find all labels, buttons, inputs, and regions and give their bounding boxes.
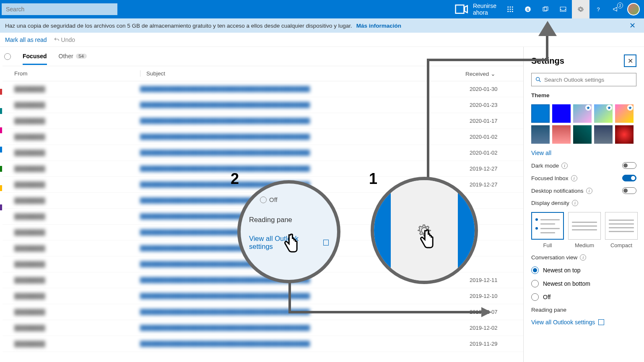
mail-row[interactable]: ████████████████████████████████████████… — [3, 81, 523, 97]
banner-text: Haz una copia de seguridad de los archiv… — [5, 23, 352, 29]
theme-swatch[interactable] — [531, 104, 550, 123]
conv-view-label: Conversation viewi — [531, 254, 636, 261]
teams-icon[interactable] — [537, 0, 554, 18]
theme-swatch[interactable] — [552, 125, 571, 144]
banner-close-icon[interactable]: ✕ — [626, 19, 639, 32]
external-icon — [598, 319, 604, 325]
dark-mode-toggle[interactable] — [622, 162, 636, 169]
svg-text:S: S — [527, 7, 530, 12]
settings-gear-icon[interactable] — [572, 0, 589, 18]
annotation-arrow-up — [538, 21, 557, 36]
header-received[interactable]: Received ⌄ — [465, 70, 512, 77]
theme-swatch[interactable]: ★ — [615, 104, 634, 123]
info-icon[interactable]: i — [580, 254, 586, 261]
theme-swatch[interactable] — [615, 125, 634, 144]
theme-swatch[interactable] — [531, 125, 550, 144]
search-input[interactable] — [2, 3, 117, 15]
theme-grid: ★ ★ ★ — [531, 104, 636, 144]
undo-button[interactable]: Undo — [50, 35, 78, 45]
other-count-badge: 54 — [76, 54, 87, 59]
density-options: Full Medium Compact — [531, 212, 636, 248]
svg-point-5 — [512, 9, 513, 10]
mail-row[interactable]: ████████████████████████████████████████… — [3, 288, 523, 304]
annotation-line — [427, 59, 429, 180]
mail-row[interactable]: ████████████████████████████████████████… — [3, 145, 523, 161]
info-icon[interactable]: i — [586, 188, 592, 194]
info-icon[interactable]: i — [571, 175, 577, 181]
meet-now-button[interactable]: Reunirse ahora — [448, 0, 501, 18]
top-bar: Reunirse ahora S ? 2 — [0, 0, 644, 18]
desktop-notif-toggle[interactable] — [622, 187, 636, 194]
app-launcher-icon[interactable] — [501, 0, 519, 18]
view-all-settings-link[interactable]: View all Outlook settings — [531, 319, 636, 326]
svg-point-14 — [536, 78, 540, 81]
conv-newest-bottom[interactable]: Newest on bottom — [531, 280, 636, 287]
svg-point-2 — [512, 6, 513, 8]
mail-row[interactable]: ████████████████████████████████████████… — [3, 336, 523, 352]
svg-point-6 — [507, 11, 509, 12]
undo-icon — [54, 37, 60, 43]
notification-badge: 2 — [617, 3, 623, 8]
external-icon — [323, 240, 329, 246]
inbox-icon[interactable] — [554, 0, 572, 18]
mail-row[interactable]: ████████████████████████████████████████… — [3, 320, 523, 336]
mark-all-read-button[interactable]: Mark all as read — [2, 35, 50, 45]
select-all-checkbox[interactable] — [4, 53, 11, 60]
header-subject[interactable]: Subject — [140, 70, 465, 77]
mail-row[interactable]: ████████████████████████████████████████… — [3, 97, 523, 113]
svg-point-7 — [510, 11, 511, 12]
info-icon[interactable]: i — [572, 200, 578, 206]
info-icon[interactable]: i — [561, 163, 568, 169]
mail-row[interactable]: ████████████████████████████████████████… — [3, 161, 523, 177]
mail-row[interactable]: ████████████████████████████████████████… — [3, 129, 523, 145]
conv-off[interactable]: Off — [531, 293, 636, 301]
reading-pane-label: Reading pane — [531, 307, 636, 313]
svg-point-0 — [507, 6, 509, 8]
themes-view-all-link[interactable]: View all — [531, 150, 636, 156]
callout-number-2: 2 — [231, 170, 239, 188]
video-icon — [453, 1, 470, 18]
density-compact[interactable]: Compact — [605, 212, 638, 248]
pointer-hand-icon — [418, 229, 436, 251]
svg-text:?: ? — [597, 6, 600, 13]
help-icon[interactable]: ? — [589, 0, 607, 18]
header-from[interactable]: From — [14, 70, 140, 77]
callout-reading-pane-label: Reading pane — [249, 216, 292, 224]
mail-row[interactable]: ████████████████████████████████████████… — [3, 113, 523, 129]
theme-swatch[interactable] — [594, 125, 613, 144]
theme-swatch[interactable]: ★ — [594, 104, 613, 123]
megaphone-icon[interactable]: 2 — [607, 0, 625, 18]
svg-line-15 — [539, 80, 540, 82]
dark-mode-label: Dark modei — [531, 163, 568, 169]
skype-icon[interactable]: S — [519, 0, 537, 18]
svg-point-4 — [510, 9, 511, 10]
focused-inbox-toggle[interactable] — [622, 175, 636, 181]
conv-newest-top[interactable]: Newest on top — [531, 266, 636, 274]
theme-label: Theme — [531, 92, 636, 98]
callout-2: Off Reading pane View all Outlook settin… — [237, 180, 340, 283]
focused-inbox-label: Focused Inboxi — [531, 175, 577, 181]
theme-swatch[interactable] — [552, 104, 571, 123]
avatar[interactable] — [627, 3, 640, 16]
annotation-line — [288, 311, 481, 313]
annotation-line — [288, 282, 291, 313]
svg-point-1 — [510, 6, 511, 8]
density-full[interactable]: Full — [531, 212, 564, 248]
meet-now-label: Reunirse ahora — [473, 3, 496, 16]
settings-panel: Settings ✕ Theme ★ ★ ★ View all Dark mod… — [523, 47, 644, 362]
density-label: Display densityi — [531, 200, 636, 206]
annotation-arrow-right — [481, 307, 491, 317]
tab-other[interactable]: Other 54 — [59, 53, 87, 60]
search-icon — [535, 76, 542, 83]
desktop-notif-label: Desktop notificationsi — [531, 188, 592, 194]
settings-search[interactable] — [531, 73, 636, 86]
banner-link[interactable]: Más información — [356, 23, 401, 29]
theme-swatch[interactable]: ★ — [573, 104, 592, 123]
svg-point-8 — [512, 11, 513, 12]
settings-close-button[interactable]: ✕ — [624, 54, 636, 67]
callout-off-option: Off — [260, 196, 278, 203]
theme-swatch[interactable] — [573, 125, 592, 144]
settings-search-input[interactable] — [544, 77, 633, 83]
density-medium[interactable]: Medium — [568, 212, 601, 248]
tab-focused[interactable]: Focused — [23, 53, 47, 65]
